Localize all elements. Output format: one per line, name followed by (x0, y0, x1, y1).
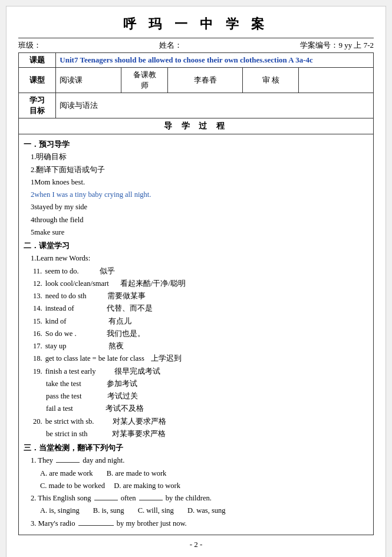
word-phrase: So do we . (45, 329, 77, 338)
header-row: 班级： 姓名： 学案编号：9 yy 上 7-2 (18, 38, 374, 52)
q2-often: often (119, 494, 138, 502)
word-trans: 考试不及格 (106, 404, 144, 413)
page: 呼 玛 一 中 学 案 班级： 姓名： 学案编号：9 yy 上 7-2 课题 U… (6, 6, 386, 557)
s1-item-0: 1.明确目标 (24, 151, 368, 163)
word-trans: 熬夜 (108, 342, 124, 350)
word-phrase: be strict in sth (46, 430, 87, 438)
table-row-mubiao: 学习目标 阅读与语法 (19, 93, 374, 118)
word-trans: 考试过关 (107, 392, 138, 400)
s1-item-4: 3stayed by my side (24, 201, 368, 213)
word-trans: 对某人要求严格 (113, 417, 166, 426)
question-3: 3. Mary's radio by my brother just now. (24, 518, 368, 530)
info-table: 课题 Unit7 Teenagers should be allowed to … (18, 52, 374, 118)
section3-title: 三．当堂检测，翻译下列句子 (24, 442, 368, 454)
q2-num: 2. This English song (31, 494, 93, 502)
q1-optB: B. are made to work (107, 469, 167, 477)
word-row-16: 16. So do we . 我们也是。 (33, 328, 368, 340)
word-num: 20. (33, 417, 42, 426)
word-phrase: instead of (45, 304, 74, 312)
word-phrase: look cool/clean/smart (45, 279, 109, 288)
word-phrase: fail a test (46, 404, 73, 413)
word-trans: 参加考试 (107, 380, 137, 388)
word-row-strict2: be strict in sth 对某事要求严格 (46, 428, 368, 440)
kexing-label: 课型 (19, 68, 56, 93)
q2-text: by the children. (164, 494, 212, 502)
word-trans: 很早完成考试 (114, 367, 160, 375)
word-trans: 代替、而不是 (107, 304, 153, 312)
word-phrase: pass the test (46, 392, 81, 400)
s1-item-2: 1Mom knoes best. (24, 176, 368, 189)
word-row-pass: pass the test 考试过关 (46, 390, 368, 403)
mubiao-label: 学习目标 (19, 93, 56, 118)
q2-options: A. is, singing B. is, sung C. will, sing… (40, 505, 368, 517)
q1-optA: A. are made work (40, 469, 93, 477)
q2-optB: B. is, sung (93, 506, 124, 515)
mubiao-content: 阅读与语法 (56, 93, 374, 118)
word-num: 13. (33, 292, 42, 300)
q1-options2: C. made to be worked D. are making to wo… (40, 480, 368, 492)
word-num: 15. (33, 317, 42, 325)
keti-label: 课题 (19, 53, 56, 68)
word-phrase: take the test (46, 380, 81, 388)
q2-blank1 (94, 500, 118, 500)
word-num: 17. (33, 342, 42, 350)
q2-blank2 (139, 500, 163, 500)
word-row-15: 15. kind of 有点儿 (33, 315, 368, 328)
page-number: - 2 - (18, 540, 374, 549)
q3-text: by my brother just now. (115, 519, 187, 528)
word-num: 16. (33, 329, 42, 338)
word-trans: 上学迟到 (151, 354, 182, 362)
word-trans: 有点儿 (108, 317, 131, 325)
word-row-17: 17. stay up 熬夜 (33, 340, 368, 352)
review-label: 审 核 (243, 68, 299, 93)
question-1: 1. They day and night. (24, 454, 368, 467)
word-num: 11. (33, 267, 42, 275)
word-row-12: 12. look cool/clean/smart 看起来酷/干净/聪明 (33, 278, 368, 290)
word-trans: 我们也是。 (107, 329, 145, 338)
page-title: 呼 玛 一 中 学 案 (18, 15, 374, 33)
word-row-19: 19. finish a test early 很早完成考试 (33, 365, 368, 378)
section2-title: 二．课堂学习 (24, 240, 368, 252)
teacher-label: 备课教师 (121, 68, 168, 93)
s2-subtitle: 1.Learn new Words: (24, 252, 368, 265)
q2-optA: A. is, singing (40, 506, 80, 515)
word-phrase: seem to do. (45, 267, 78, 275)
word-trans: 对某事要求严格 (112, 430, 166, 438)
q1-optC: C. made to be worked (40, 482, 105, 490)
s1-item-5: 4through the field (24, 214, 368, 226)
word-num: 18. (33, 354, 42, 362)
word-num: 14. (33, 304, 42, 312)
word-row-14: 14. instead of 代替、而不是 (33, 302, 368, 315)
word-phrase: be strict with sb. (45, 417, 94, 426)
word-row-13: 13. need to do sth 需要做某事 (33, 290, 368, 302)
teacher-name: 李春香 (168, 68, 243, 93)
s1-item-6: 5make sure (24, 226, 368, 239)
table-row-keti: 课题 Unit7 Teenagers should be allowed to … (19, 53, 374, 68)
word-row-take: take the test 参加考试 (46, 378, 368, 390)
words-list: 11. seem to do. 似乎 12. look cool/clean/s… (33, 265, 368, 441)
q1-blank (56, 462, 80, 463)
q1-text: day and night. (81, 456, 124, 464)
word-row-20: 20. be strict with sb. 对某人要求严格 (33, 416, 368, 428)
name-label: 姓名： (159, 40, 182, 51)
word-phrase: kind of (45, 317, 67, 325)
case-number: 学案编号：9 yy 上 7-2 (300, 40, 374, 51)
q2-optD: D. was, sung (187, 506, 226, 515)
s1-item-1: 2.翻译下面短语或句子 (24, 164, 368, 176)
q2-optC: C. will, sing (138, 506, 174, 515)
word-trans: 需要做某事 (107, 292, 146, 300)
q1-options: A. are made work B. are made to work (40, 467, 368, 480)
class-label: 班级： (18, 40, 41, 51)
guide-title: 导 学 过 程 (18, 118, 374, 134)
word-row-fail: fail a test 考试不及格 (46, 403, 368, 415)
table-row-kexing: 课型 阅读课 备课教师 李春香 审 核 (19, 68, 374, 93)
q3-blank (78, 525, 114, 526)
q1-num: 1. They (31, 456, 55, 464)
keti-content: Unit7 Teenagers should be allowed to cho… (56, 53, 374, 68)
word-row-11: 11. seem to do. 似乎 (33, 265, 368, 278)
word-phrase: stay up (45, 342, 67, 350)
section1-title: 一．预习导学 (24, 139, 368, 151)
word-num: 19. (33, 367, 42, 375)
word-phrase: finish a test early (45, 367, 96, 375)
word-trans: 似乎 (100, 267, 115, 275)
